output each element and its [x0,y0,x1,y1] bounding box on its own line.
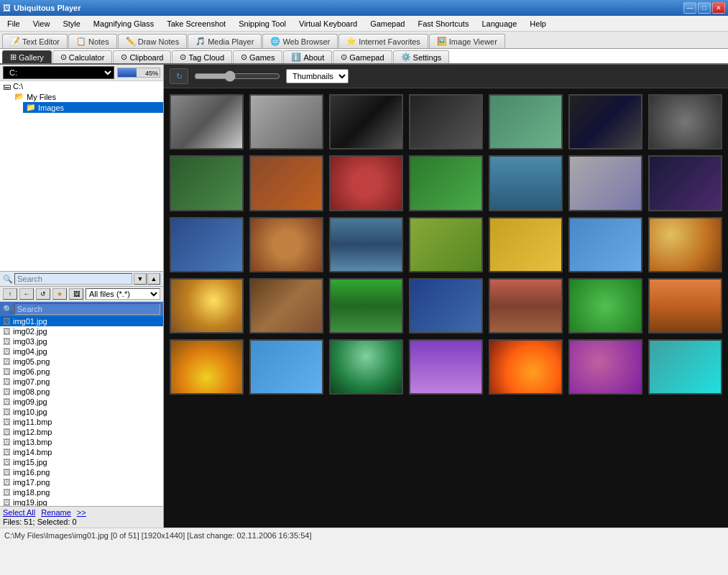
menu-file[interactable]: File [1,18,26,29]
tab-text-editor[interactable]: 📝 Text Editor [2,34,68,48]
search-input-1[interactable] [14,273,132,285]
rename-link[interactable]: Rename [41,508,71,517]
thumbnail-11[interactable] [409,155,483,211]
minimize-button[interactable]: — [683,2,696,14]
thumbnail-27[interactable] [568,278,642,334]
tab-draw-notes[interactable]: ✏️ Draw Notes [118,34,187,48]
file-type-select[interactable]: All files (*.*) [86,288,160,300]
thumbnail-29[interactable] [170,339,244,395]
menu-view[interactable]: View [27,18,56,29]
thumbnail-5[interactable] [489,94,563,150]
tab-web-browser[interactable]: 🌐 Web Browser [262,34,338,48]
thumbnail-2[interactable] [249,94,323,150]
file-item-img03[interactable]: 🖼 img03.jpg [0,336,163,346]
menu-help[interactable]: Help [524,18,552,29]
thumbnail-9[interactable] [249,155,323,211]
thumbnail-16[interactable] [249,217,323,272]
tab-internet-favorites[interactable]: ⭐ Internet Favorites [338,34,428,48]
search-nav-up[interactable]: ▲ [147,273,160,285]
thumbnail-1[interactable] [170,94,244,150]
go-up-button[interactable]: ↑ [3,288,17,300]
menu-fast-shortcuts[interactable]: Fast Shortcuts [412,18,474,29]
search-input-2[interactable] [14,303,160,315]
thumbnail-3[interactable] [329,94,403,150]
menu-take-screenshot[interactable]: Take Screenshot [161,18,231,29]
tab-about[interactable]: ℹ️ About [283,50,332,63]
thumbnail-13[interactable] [568,155,642,211]
thumbnail-4[interactable] [409,94,483,150]
thumbnail-34[interactable] [568,339,642,395]
menu-virtual-keyboard[interactable]: Virtual Keyboard [293,18,363,29]
tab-settings[interactable]: ⚙️ Settings [393,50,450,63]
drive-select[interactable]: C: [3,66,114,79]
thumbnail-size-slider[interactable] [194,70,280,82]
refresh-button[interactable]: ↺ [36,288,50,300]
thumbnail-12[interactable] [489,155,563,211]
file-item-img10[interactable]: 🖼 img10.jpg [0,407,163,417]
select-all-link[interactable]: Select All [3,508,35,517]
thumbnail-17[interactable] [329,217,403,272]
maximize-button[interactable]: □ [698,2,711,14]
bookmark-button[interactable]: ★ [52,288,67,300]
file-item-img15[interactable]: 🖼 img15.jpg [0,457,163,467]
thumbnail-33[interactable] [489,339,563,395]
menu-gamepad[interactable]: Gamepad [364,18,410,29]
tab-games[interactable]: ⊙ Games [233,50,282,63]
thumbnail-25[interactable] [409,278,483,334]
thumbnail-22[interactable] [170,278,244,334]
thumbnail-10[interactable] [329,155,403,211]
view-button[interactable]: 🖼 [69,288,83,300]
thumbnail-23[interactable] [249,278,323,334]
tab-gamepad[interactable]: ⊙ Gamepad [333,50,392,63]
thumbnail-18[interactable] [409,217,483,272]
tab-clipboard[interactable]: ⊙ Clipboard [113,50,171,63]
file-item-img11[interactable]: 🖼 img11.bmp [0,417,163,427]
file-item-img05[interactable]: 🖼 img05.png [0,356,163,367]
file-item-img08[interactable]: 🖼 img08.png [0,387,163,397]
close-button[interactable]: ✕ [712,2,725,14]
file-item-img16[interactable]: 🖼 img16.png [0,467,163,477]
file-item-img14[interactable]: 🖼 img14.bmp [0,447,163,457]
file-item-img02[interactable]: 🖼 img02.jpg [0,326,163,336]
file-item-img18[interactable]: 🖼 img18.png [0,487,163,497]
thumbnail-7[interactable] [648,94,722,150]
thumbnail-6[interactable] [568,94,642,150]
arrow-link[interactable]: >> [77,508,86,517]
tab-image-viewer[interactable]: 🖼️ Image Viewer [429,34,505,48]
tree-item-images[interactable]: 📁 Images [23,102,163,113]
thumbnail-19[interactable] [489,217,563,272]
menu-magnifying-glass[interactable]: Magnifying Glass [88,18,160,29]
go-back-button[interactable]: ← [19,288,34,300]
thumbnail-32[interactable] [409,339,483,395]
thumbnail-21[interactable] [648,217,722,272]
file-item-img12[interactable]: 🖼 img12.bmp [0,427,163,437]
menu-snipping-tool[interactable]: Snipping Tool [233,18,292,29]
tab-notes[interactable]: 📋 Notes [68,34,117,48]
file-item-img07[interactable]: 🖼 img07.png [0,377,163,387]
view-mode-select[interactable]: Thumbnails Small Icons List Details [286,69,349,83]
tab-tag-cloud[interactable]: ⊙ Tag Cloud [172,50,232,63]
tab-gallery[interactable]: ⊞ Gallery [2,50,52,63]
thumbnail-31[interactable] [329,339,403,395]
gallery-scroll-area[interactable] [164,88,728,528]
file-item-img13[interactable]: 🖼 img13.bmp [0,437,163,447]
tab-media-player[interactable]: 🎵 Media Player [188,34,262,48]
thumbnail-8[interactable] [170,155,244,211]
file-item-img17[interactable]: 🖼 img17.png [0,477,163,487]
file-item-img19[interactable]: 🖼 img19.jpg [0,497,163,506]
menu-language[interactable]: Language [476,18,522,29]
thumbnail-26[interactable] [489,278,563,334]
thumbnail-35[interactable] [648,339,722,395]
thumbnail-28[interactable] [648,278,722,334]
thumbnail-20[interactable] [568,217,642,272]
file-item-img09[interactable]: 🖼 img09.jpg [0,397,163,407]
tree-item-my-files[interactable]: 📂 My Files [11,91,163,102]
file-item-img06[interactable]: 🖼 img06.png [0,367,163,377]
search-nav-down[interactable]: ▼ [134,273,147,285]
file-item-img04[interactable]: 🖼 img04.jpg [0,346,163,356]
menu-style[interactable]: Style [57,18,86,29]
thumbnail-14[interactable] [648,155,722,211]
tree-item-c-root[interactable]: 🖴 C:\ [0,81,163,91]
thumbnail-24[interactable] [329,278,403,334]
thumbnail-15[interactable] [170,217,244,272]
